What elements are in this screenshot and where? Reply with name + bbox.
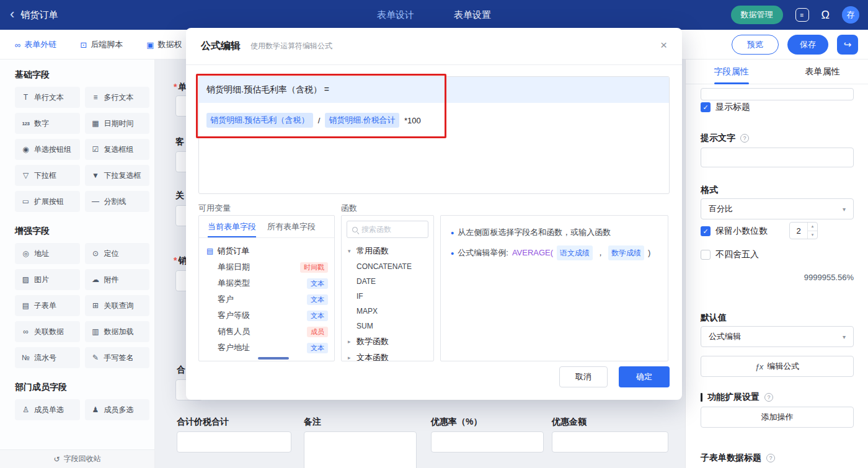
function-group-text[interactable]: ▸ 文本函数 [342,350,433,361]
decimal-stepper[interactable]: 2 ▴ ▾ [789,222,818,239]
field-btn-location[interactable]: ⊙定位 [85,243,150,264]
variable-row[interactable]: 客户地址文本 [199,340,334,356]
backend-script-button[interactable]: ⊡ 后端脚本 [80,39,123,50]
type-tag: 文本 [307,311,328,321]
field-btn-linked-query[interactable]: ⊞关联查询 [85,295,150,316]
no-rounding-checkbox[interactable] [701,250,711,260]
field-btn-radio-group[interactable]: ◉单选按钮组 [15,139,80,160]
format-select[interactable]: 百分比 ▾ [701,198,854,219]
show-title-checkbox[interactable]: ✓ [701,102,711,112]
add-action-button[interactable]: 添加操作 [701,407,854,428]
formula-editor-area[interactable]: 销货明细.预估毛利率（含税） = 销货明细.预估毛利（含税） / 销货明细.价税… [198,76,670,194]
field-btn-data-load[interactable]: ▥数据加载 [85,321,150,342]
multi-dropdown-icon: ▼ [91,171,100,180]
bell-icon[interactable]: Ω [822,9,830,20]
help-text: 公式编辑举例: [458,246,508,260]
field-btn-dropdown[interactable]: ▽下拉框 [15,165,80,186]
data-permission-button[interactable]: ▣ 数据权 [146,39,182,50]
field-btn-serial-number[interactable]: №流水号 [15,347,80,368]
decimal-checkbox[interactable]: ✓ [701,226,711,236]
h-scrollbar-thumb[interactable] [258,357,289,360]
field-btn-subform[interactable]: ▤子表单 [15,295,80,316]
field-btn-label: 下拉框 [34,170,56,181]
variable-row[interactable]: 销售人员成员 [199,324,334,340]
default-value-text: 公式编辑 [709,331,741,342]
cancel-button[interactable]: 取消 [559,366,608,387]
multi-line-text-icon: ≡ [91,93,100,102]
variable-row[interactable]: 单据类型文本 [199,275,334,291]
tab-form-properties[interactable]: 表单属性 [777,60,868,84]
field-btn-extend-button[interactable]: ▭扩展按钮 [15,191,80,212]
data-load-icon: ▥ [91,327,100,336]
field-btn-number[interactable]: 123数字 [15,113,80,134]
edit-formula-label: 编辑公式 [767,361,799,372]
tab-form-settings[interactable]: 表单设置 [454,9,491,21]
function-item[interactable]: CONCATENATE [342,259,433,274]
field-btn-multi-line-text[interactable]: ≡多行文本 [85,87,150,108]
function-search-input[interactable] [361,225,423,234]
type-tag: 文本 [307,278,328,289]
total-amount-input[interactable] [177,431,291,453]
discount-amount-input[interactable] [552,431,668,453]
stepper-up-icon[interactable]: ▴ [808,223,817,231]
function-item[interactable]: IF [342,289,433,304]
data-manage-button[interactable]: 数据管理 [731,6,783,24]
hint-text-input[interactable] [701,148,854,167]
field-recycle-bin[interactable]: ↺ 字段回收站 [0,449,154,468]
app-icon[interactable]: ≡ [795,8,809,22]
field-btn-checkbox-group[interactable]: ☑复选框组 [85,139,150,160]
formula-field-chip[interactable]: 销货明细.预估毛利（含税） [206,113,313,128]
form-external-link-button[interactable]: ∞ 表单外链 [15,39,56,50]
tab-field-properties[interactable]: 字段属性 [686,60,777,84]
field-btn-address[interactable]: ◎地址 [15,243,80,264]
field-btn-divider[interactable]: —分割线 [85,191,150,212]
format-sample-value: 9999955.56% [701,273,854,282]
stepper-down-icon[interactable]: ▾ [808,231,817,239]
help-icon[interactable]: ? [764,393,773,402]
function-group-common[interactable]: ▾ 常用函数 [342,243,433,259]
edit-formula-button[interactable]: ƒx 编辑公式 [701,356,854,377]
function-item[interactable]: SUM [342,319,433,333]
formula-target-line[interactable]: 销货明细.预估毛利率（含税） = [199,77,669,103]
remark-label: 备注 [304,417,321,428]
close-icon[interactable]: × [660,39,667,51]
field-btn-attachment[interactable]: ☁附件 [85,269,150,290]
tab-form-design[interactable]: 表单设计 [377,9,414,21]
remark-input[interactable] [304,431,417,468]
tab-current-form-fields[interactable]: 当前表单字段 [208,216,256,237]
save-button[interactable]: 保存 [787,35,828,55]
function-group-math[interactable]: ▸ 数学函数 [342,333,433,350]
title-input-partial[interactable] [701,88,854,100]
formula-field-chip[interactable]: 销货明细.价税合计 [325,113,399,128]
share-button[interactable]: ↪ [837,35,858,55]
help-icon[interactable]: ? [766,454,775,462]
tab-all-form-fields[interactable]: 所有表单字段 [267,216,316,237]
field-btn-linked-data[interactable]: ∞关联数据 [15,321,80,342]
back-icon[interactable]: ‹ [10,7,14,21]
formula-expression-line[interactable]: 销货明细.预估毛利（含税） / 销货明细.价税合计 *100 [206,113,662,128]
field-btn-datetime[interactable]: ▦日期时间 [85,113,150,134]
discount-rate-label: 优惠率（%） [431,417,482,428]
default-value-select[interactable]: 公式编辑 ▾ [701,326,854,347]
number-icon: 123 [21,121,30,126]
tree-root-form[interactable]: ▤ 销货订单 [199,243,334,259]
avatar[interactable]: 存 [842,6,859,24]
field-btn-signature[interactable]: ✎手写签名 [85,347,150,368]
discount-rate-input[interactable] [431,431,544,453]
field-btn-member-single[interactable]: ♙成员单选 [15,399,80,420]
field-btn-label: 数字 [34,118,49,129]
field-btn-single-line-text[interactable]: T单行文本 [15,87,80,108]
help-icon[interactable]: ? [740,134,749,143]
variable-row[interactable]: 客户等级文本 [199,307,334,324]
variable-row[interactable]: 客户文本 [199,291,334,307]
field-btn-multi-dropdown[interactable]: ▼下拉复选框 [85,165,150,186]
variable-row[interactable]: 单据日期时间戳 [199,259,334,275]
field-btn-label: 子表单 [34,301,56,311]
preview-button[interactable]: 预览 [732,35,779,55]
field-btn-member-multi[interactable]: ♟成员多选 [85,399,150,420]
function-item[interactable]: DATE [342,274,433,289]
field-btn-image[interactable]: ▨图片 [15,269,80,290]
confirm-button[interactable]: 确定 [619,366,670,387]
function-item[interactable]: MAPX [342,304,433,319]
field-btn-label: 手写签名 [104,353,134,363]
